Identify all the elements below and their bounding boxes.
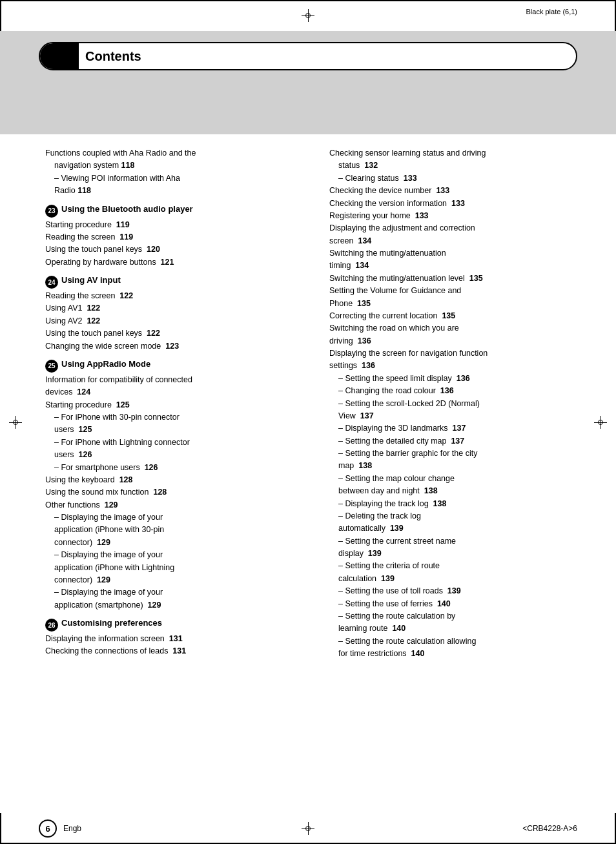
section-24-title: Using AV input (61, 275, 121, 285)
r-entry-18: – Setting the barrier graphic for the ci… (329, 448, 571, 473)
r-entry-11: Switching the road on which you are driv… (329, 322, 571, 347)
s25-entry-10: – Displaying the image of your applicati… (45, 549, 303, 586)
s25-entry-11: – Displaying the image of your applicati… (45, 586, 303, 612)
section-24-header: 24 Using AV input (45, 275, 303, 289)
intro-entry-1: Functions coupled with Aha Radio and the… (45, 147, 303, 172)
s26-entry-2: Checking the connections of leads 131 (45, 645, 303, 657)
r-entry-21: – Deleting the track log automatically 1… (329, 510, 571, 535)
r-entry-3: Checking the device number 133 (329, 185, 571, 197)
section-23-title: Using the Bluetooth audio player (61, 204, 193, 214)
section-25-block: 25 Using AppRadio Mode Information for c… (45, 359, 303, 612)
r-entry-25: – Setting the use of ferries 140 (329, 598, 571, 610)
s23-entry-2: Reading the screen 119 (45, 231, 303, 243)
right-entries-block: Checking sensor learning status and driv… (329, 147, 571, 660)
s26-entry-1: Displaying the information screen 131 (45, 633, 303, 645)
s25-entry-2: Starting procedure 125 (45, 399, 303, 411)
left-column: Functions coupled with Aha Radio and the… (0, 134, 316, 813)
r-entry-26: – Setting the route calculation by learn… (329, 610, 571, 635)
s25-entry-3: – For iPhone with 30-pin connector users… (45, 411, 303, 437)
r-entry-23: – Setting the criteria of route calculat… (329, 560, 571, 585)
section-25-num: 25 (45, 360, 58, 373)
section-26-title: Customising preferences (61, 618, 162, 628)
r-entry-12: Displaying the screen for navigation fun… (329, 347, 571, 373)
r-entry-27: – Setting the route calculation allowing… (329, 635, 571, 661)
right-column: Checking sensor learning status and driv… (316, 134, 616, 813)
section-26-block: 26 Customising preferences Displaying th… (45, 618, 303, 658)
r-entry-19: – Setting the map colour change between … (329, 473, 571, 498)
s25-entry-9: – Displaying the image of your applicati… (45, 511, 303, 549)
s23-entry-3: Using the touch panel keys 120 (45, 243, 303, 256)
section-26-num: 26 (45, 619, 58, 632)
contents-black-block (40, 43, 79, 69)
r-entry-4: Checking the version information 133 (329, 198, 571, 210)
crb-code: <CRB4228-A>6 (522, 824, 577, 833)
footer-left: 6 Engb (39, 819, 81, 838)
r-entry-22: – Setting the current street name displa… (329, 535, 571, 561)
r-entry-1: Checking sensor learning status and driv… (329, 147, 571, 172)
section-23-block: 23 Using the Bluetooth audio player Star… (45, 204, 303, 269)
s24-entry-2: Using AV1 122 (45, 302, 303, 314)
r-entry-2: – Clearing status 133 (329, 172, 571, 185)
main-content: Functions coupled with Aha Radio and the… (0, 134, 616, 813)
s25-entry-8: Other functions 129 (45, 499, 303, 511)
s24-entry-5: Changing the wide screen mode 123 (45, 340, 303, 353)
s25-entry-5: – For smartphone users 126 (45, 462, 303, 474)
r-entry-7: Switching the muting/attenuation timing … (329, 247, 571, 273)
r-entry-8: Switching the muting/attenuation level 1… (329, 273, 571, 285)
page-badge: 6 (39, 819, 57, 838)
section-23-header: 23 Using the Bluetooth audio player (45, 204, 303, 218)
section-26-header: 26 Customising preferences (45, 618, 303, 632)
r-entry-20: – Displaying the track log 138 (329, 498, 571, 510)
section-25-title: Using AppRadio Mode (61, 359, 150, 369)
r-entry-6: Displaying the adjustment and correction… (329, 222, 571, 247)
black-plate-label: Black plate (6,1) (526, 8, 577, 15)
r-entry-14: – Changing the road colour 136 (329, 385, 571, 397)
section-24-num: 24 (45, 276, 58, 289)
s24-entry-4: Using the touch panel keys 122 (45, 327, 303, 340)
s23-entry-1: Starting procedure 119 (45, 219, 303, 231)
contents-box: Contents (39, 42, 577, 70)
r-entry-15: – Setting the scroll-Locked 2D (Normal) … (329, 398, 571, 423)
s24-entry-3: Using AV2 122 (45, 315, 303, 327)
r-entry-9: Setting the Volume for Guidance and Phon… (329, 285, 571, 310)
intro-entry-2: – Viewing POI information with Aha Radio… (45, 172, 303, 198)
footer-bar: 6 Engb <CRB4228-A>6 (0, 813, 616, 844)
s24-entry-1: Reading the screen 122 (45, 290, 303, 302)
engb-label: Engb (63, 824, 81, 833)
r-entry-24: – Setting the use of toll roads 139 (329, 585, 571, 597)
r-entry-13: – Setting the speed limit display 136 (329, 373, 571, 385)
s25-entry-4: – For iPhone with Lightning connector us… (45, 437, 303, 462)
intro-block: Functions coupled with Aha Radio and the… (45, 147, 303, 198)
r-entry-17: – Setting the detailed city map 137 (329, 435, 571, 448)
r-entry-16: – Displaying the 3D landmarks 137 (329, 422, 571, 435)
section-24-block: 24 Using AV input Reading the screen 122… (45, 275, 303, 353)
s25-entry-6: Using the keyboard 128 (45, 474, 303, 486)
section-25-header: 25 Using AppRadio Mode (45, 359, 303, 373)
crosshair-top-center (302, 9, 314, 22)
s25-entry-1: Information for compatibility of connect… (45, 374, 303, 399)
section-23-num: 23 (45, 205, 58, 218)
s25-entry-7: Using the sound mix function 128 (45, 486, 303, 499)
r-entry-10: Correcting the current location 135 (329, 310, 571, 322)
s23-entry-4: Operating by hardware buttons 121 (45, 256, 303, 269)
r-entry-5: Registering your home 133 (329, 210, 571, 222)
